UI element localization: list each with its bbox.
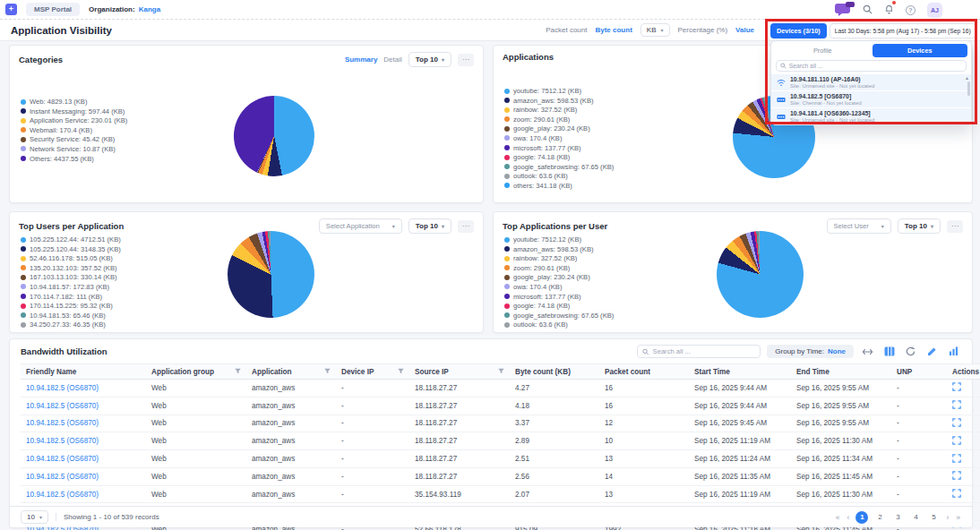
- friendly-name-link[interactable]: 10.94.182.5 (OS6870): [21, 467, 146, 485]
- page-number-button[interactable]: 4: [909, 511, 922, 524]
- avatar[interactable]: AJ: [927, 3, 942, 18]
- legend-item[interactable]: Instant Messaging: 597.44 (KB): [21, 107, 127, 115]
- top-apps-pie-chart[interactable]: [717, 231, 804, 318]
- filter-funnel-icon[interactable]: [324, 368, 331, 376]
- devices-filter-button[interactable]: Devices (3/10): [770, 23, 827, 38]
- summary-toggle[interactable]: Summary: [345, 56, 377, 64]
- tab-profile[interactable]: Profile: [775, 44, 871, 57]
- search-icon[interactable]: [863, 2, 873, 18]
- page-number-button[interactable]: 2: [873, 511, 886, 524]
- table-search-input[interactable]: [653, 347, 756, 355]
- prev-page-button[interactable]: ‹: [847, 513, 851, 522]
- filter-funnel-icon[interactable]: [235, 368, 241, 376]
- page-number-button[interactable]: 5: [927, 511, 940, 524]
- next-page-button[interactable]: ›: [945, 513, 950, 522]
- unit-select[interactable]: KB ▾: [640, 23, 670, 37]
- packet-count-toggle[interactable]: Packet count: [546, 26, 587, 34]
- top10-dropdown[interactable]: Top 10 ▾: [898, 218, 941, 234]
- page-number-button[interactable]: 1: [855, 511, 868, 524]
- legend-item[interactable]: 170.114.7.182: 111 (KB): [21, 293, 121, 301]
- help-icon[interactable]: ?: [906, 5, 916, 15]
- organization-link[interactable]: Kanga: [139, 5, 160, 13]
- legend-item[interactable]: 52.46.116.178: 515.05 (KB): [21, 254, 121, 262]
- columns-settings-icon[interactable]: [881, 346, 897, 358]
- legend-item[interactable]: Application Service: 230.01 (KB): [21, 116, 127, 124]
- last-page-button[interactable]: »: [955, 513, 961, 522]
- filter-funnel-icon[interactable]: [398, 368, 404, 376]
- friendly-name-link[interactable]: 10.94.182.5 (OS6870): [21, 415, 146, 432]
- friendly-name-link[interactable]: 10.94.182.5 (OS6870): [21, 450, 146, 468]
- filter-funnel-icon[interactable]: [498, 368, 504, 376]
- expand-row-icon[interactable]: [952, 489, 961, 498]
- legend-item[interactable]: outlook: 63.6 (KB): [504, 321, 614, 329]
- chat-bubble-icon[interactable]: [835, 4, 851, 17]
- legend-item[interactable]: google_safebrowsing: 67.65 (KB): [504, 312, 614, 320]
- legend-item[interactable]: rainbow: 327.52 (KB): [504, 254, 614, 262]
- legend-item[interactable]: google: 74.18 (KB): [504, 302, 614, 310]
- friendly-name-link[interactable]: 10.94.182.5 (OS6870): [21, 485, 146, 503]
- legend-item[interactable]: 34.250.27.33: 46.35 (KB): [21, 321, 121, 329]
- legend-item[interactable]: zoom: 290.61 (KB): [504, 115, 614, 124]
- friendly-name-link[interactable]: 10.94.182.5 (OS6870): [21, 380, 146, 398]
- group-by-time-button[interactable]: Group by Time: None: [767, 345, 854, 358]
- expand-row-icon[interactable]: [952, 436, 961, 445]
- msp-portal-button[interactable]: MSP Portal: [26, 3, 80, 16]
- expand-columns-icon[interactable]: [860, 346, 875, 358]
- friendly-name-link[interactable]: 10.94.182.5 (OS6870): [21, 397, 146, 415]
- expand-row-icon[interactable]: [952, 471, 961, 480]
- detail-toggle[interactable]: Detail: [383, 56, 401, 64]
- legend-item[interactable]: youtube: 7512.12 (KB): [504, 87, 614, 95]
- legend-item[interactable]: 10.94.181.53: 65.46 (KB): [21, 312, 121, 320]
- first-page-button[interactable]: «: [835, 513, 841, 522]
- categories-pie-chart[interactable]: [234, 96, 314, 176]
- legend-item[interactable]: owa: 170.4 (KB): [504, 134, 614, 142]
- legend-item[interactable]: zoom: 290.61 (KB): [504, 264, 614, 272]
- more-options-button[interactable]: ⋯: [458, 220, 474, 233]
- legend-item[interactable]: Network Service: 10.87 (KB): [21, 145, 127, 153]
- legend-item[interactable]: google: 74.18 (KB): [504, 153, 614, 161]
- device-list-item[interactable]: 10.94.181.4 [OS6360-12345]Site: Unnamed …: [771, 108, 971, 124]
- expand-row-icon[interactable]: [952, 454, 961, 463]
- legend-item[interactable]: 170.114.15.225: 95.32 (KB): [21, 302, 121, 310]
- legend-item[interactable]: microsoft: 137.77 (KB): [504, 144, 614, 152]
- legend-item[interactable]: amazon_aws: 598.53 (KB): [504, 97, 614, 105]
- tab-devices[interactable]: Devices: [873, 44, 968, 57]
- legend-item[interactable]: amazon_aws: 598.53 (KB): [504, 245, 614, 253]
- top-users-pie-chart[interactable]: [228, 231, 314, 318]
- legend-item[interactable]: rainbow: 327.52 (KB): [504, 106, 614, 114]
- refresh-icon[interactable]: [903, 346, 918, 358]
- expand-row-icon[interactable]: [952, 418, 961, 427]
- select-application-dropdown[interactable]: Select Application ▾: [319, 218, 402, 234]
- device-search-input[interactable]: [789, 63, 962, 69]
- legend-item[interactable]: 105.225.122.44: 4712.51 (KB): [21, 235, 121, 244]
- device-list-item[interactable]: 10.94.181.110 (AP-16A0)Site: Unnamed sit…: [771, 74, 971, 90]
- legend-item[interactable]: Security Service: 45.42 (KB): [21, 135, 127, 143]
- legend-item[interactable]: youtube: 7512.12 (KB): [504, 235, 614, 244]
- sidebar-toggle-button[interactable]: +: [5, 4, 17, 15]
- legend-item[interactable]: Webmail: 170.4 (KB): [21, 126, 127, 134]
- legend-item[interactable]: 135.20.132.103: 357.52 (KB): [21, 264, 121, 272]
- legend-item[interactable]: 167.103.13.103: 330.14 (KB): [21, 273, 121, 281]
- legend-item[interactable]: Others: 4437.55 (KB): [21, 155, 127, 163]
- friendly-name-link[interactable]: 10.94.182.5 (OS6870): [21, 432, 146, 450]
- page-number-button[interactable]: 3: [891, 511, 904, 524]
- legend-item[interactable]: google_play: 230.24 (KB): [504, 124, 614, 132]
- device-list-item[interactable]: 10.94.182.5 [OS6870]Site: Chennai - Not …: [771, 91, 971, 107]
- more-options-button[interactable]: ⋯: [947, 220, 963, 233]
- select-user-dropdown[interactable]: Select User ▾: [827, 218, 891, 234]
- edit-icon[interactable]: [924, 346, 940, 358]
- page-size-select[interactable]: 10 ▾: [21, 510, 48, 524]
- legend-item[interactable]: Web: 4829.13 (KB): [21, 98, 127, 106]
- byte-count-toggle[interactable]: Byte count: [595, 26, 632, 34]
- legend-item[interactable]: 105.225.120.44: 3148.35 (KB): [21, 245, 121, 253]
- legend-item[interactable]: 10.94.181.57: 172.83 (KB): [21, 283, 121, 291]
- top10-dropdown[interactable]: Top 10 ▾: [408, 52, 451, 67]
- legend-item[interactable]: owa: 170.4 (KB): [504, 283, 614, 291]
- date-range-button[interactable]: Last 30 Days: 5:58 pm (Aug 17) - 5:58 pm…: [830, 23, 976, 38]
- legend-item[interactable]: google_safebrowsing: 67.65 (KB): [504, 163, 614, 171]
- expand-row-icon[interactable]: [952, 400, 961, 409]
- notifications-bell-icon[interactable]: [884, 2, 894, 18]
- legend-item[interactable]: others: 341.18 (KB): [504, 182, 614, 190]
- value-toggle[interactable]: Value: [735, 26, 754, 34]
- percentage-toggle[interactable]: Percentage (%): [678, 26, 728, 34]
